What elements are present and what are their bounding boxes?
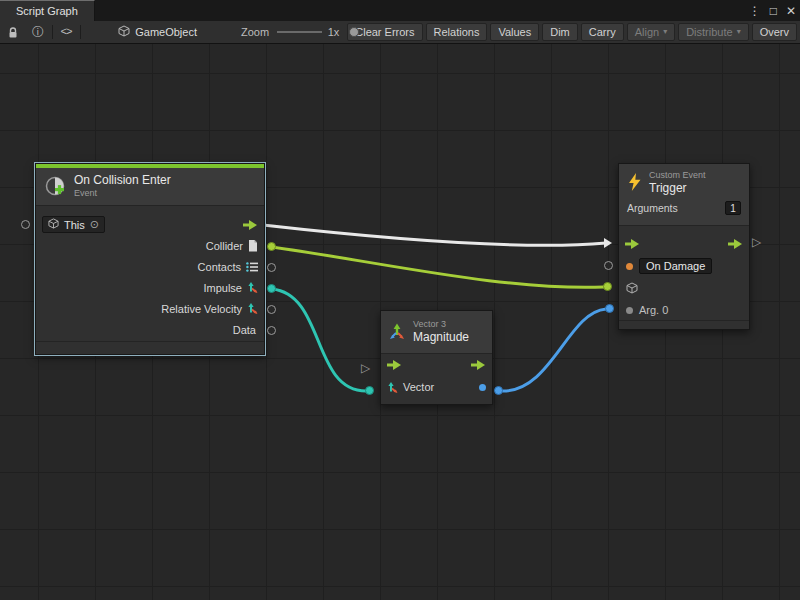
wire-collider-green[interactable] [272,247,604,287]
node-title: Trigger [649,181,706,196]
node-vector3-magnitude[interactable]: Vector 3 Magnitude Vector [380,310,493,405]
zoom-label: Zoom [241,26,269,38]
port-flow-in-triangle[interactable]: ▷ [361,362,370,374]
arguments-label: Arguments [627,202,678,214]
dim-button[interactable]: Dim [542,23,578,41]
window-controls: ⋮ □ ✕ [749,0,796,21]
vector3-icon [247,282,258,293]
port-flow-out-triangle[interactable]: ▷ [752,236,761,248]
port-row-collider[interactable]: Collider [36,235,264,256]
gameobject-button[interactable]: GameObject [112,23,203,41]
chevron-down-icon: ▾ [737,28,741,36]
port-row-data[interactable]: Data [36,319,264,340]
port-data-output[interactable] [267,326,276,335]
port-impulse-output[interactable] [267,284,276,293]
port-row-impulse[interactable]: Impulse [36,277,264,298]
graph-toolbar: ⓘ <> GameObject Zoom 1x Clear Errors Rel… [0,21,800,44]
port-magnitude-output[interactable] [494,386,503,395]
port-row-relative-velocity[interactable]: Relative Velocity [36,298,264,319]
align-button[interactable]: Align ▾ [627,23,675,41]
values-button[interactable]: Values [490,23,539,41]
arguments-row: Arguments 1 [619,199,749,217]
port-row-vector[interactable]: Vector [381,376,492,398]
vector3-icon [389,323,405,341]
event-name-field[interactable]: On Damage [639,258,712,274]
zoom-value: 1x [328,26,340,38]
node-title: Magnitude [413,330,469,345]
port-vector-input[interactable] [365,386,374,395]
close-icon[interactable]: ✕ [786,5,796,17]
event-plus-icon [44,175,66,199]
relations-button[interactable]: Relations [426,23,488,41]
cube-icon [48,218,59,231]
gameobject-cube-icon [118,25,130,39]
cube-icon [626,282,638,294]
event-name-port[interactable] [626,263,633,270]
arg0-port[interactable] [626,307,633,314]
unity-script-graph-window: Script Graph ⋮ □ ✕ ⓘ <> GameObje [0,0,800,600]
port-row-contacts[interactable]: Contacts [36,256,264,277]
vector3-icon [247,303,258,314]
node-subtitle: Event [74,188,171,199]
tab-script-graph[interactable]: Script Graph [0,0,95,21]
flow-out-arrow-icon[interactable] [728,239,743,249]
port-event-name-input[interactable] [604,261,613,270]
wire-flow-white[interactable] [263,225,606,245]
target-icon: ⊙ [90,218,99,231]
flow-out-arrow-icon[interactable] [243,220,258,230]
row-flow-and-self: This ⊙ [36,214,264,235]
tab-title: Script Graph [16,5,78,17]
port-label: Collider [206,240,243,252]
node-footer [36,341,264,354]
zoom-slider-track[interactable] [277,31,322,33]
output-value-port[interactable] [479,384,486,391]
row-flow [619,233,749,255]
node-header[interactable]: Vector 3 Magnitude [381,311,492,354]
carry-button[interactable]: Carry [581,23,624,41]
maximize-icon[interactable]: □ [770,5,777,17]
arguments-value-field[interactable]: 1 [725,201,741,215]
port-self-input[interactable] [21,220,30,229]
port-arg0-input[interactable] [605,304,614,313]
port-label: Data [233,324,256,336]
distribute-button[interactable]: Distribute ▾ [678,23,748,41]
port-flow-in-connected[interactable] [604,238,612,248]
port-collider-output[interactable] [267,242,276,251]
list-icon [246,262,258,272]
graph-canvas[interactable]: On Collision Enter Event This ⊙ [0,44,800,600]
lock-icon[interactable] [7,26,19,39]
panel-tab-bar: Script Graph ⋮ □ ✕ [0,0,800,21]
self-target-dropdown[interactable]: This ⊙ [42,216,105,233]
gameobject-label: GameObject [135,26,197,38]
node-custom-event-trigger[interactable]: Custom Event Trigger Arguments 1 [618,163,750,330]
code-icon[interactable]: <> [61,26,72,38]
info-icon[interactable]: ⓘ [32,24,44,41]
flow-out-arrow-icon[interactable] [471,360,486,370]
flow-in-arrow-icon[interactable] [625,239,640,249]
port-row-arg0[interactable]: Arg. 0 [619,299,749,321]
row-flow [381,354,492,376]
zoom-slider[interactable] [277,26,322,38]
port-target-input[interactable] [603,282,612,291]
flow-in-arrow-icon[interactable] [387,360,402,370]
align-label: Align [635,26,659,38]
port-contacts-output[interactable] [267,263,276,272]
port-relative-velocity-output[interactable] [267,305,276,314]
overview-button[interactable]: Overv [752,23,797,41]
node-type-label: Custom Event [649,170,706,181]
port-row-event-name[interactable]: On Damage [619,255,749,277]
document-icon [248,240,258,252]
lightning-icon [627,173,642,193]
wire-impulse-teal[interactable] [272,289,366,391]
panel-menu-icon[interactable]: ⋮ [749,5,761,17]
wire-magnitude-blue[interactable] [503,309,606,391]
vector3-icon [387,382,398,393]
node-on-collision-enter[interactable]: On Collision Enter Event This ⊙ [35,163,265,355]
port-label: Vector [403,381,434,393]
node-type-label: Vector 3 [413,319,469,330]
toolbar-divider [80,25,81,39]
port-row-target[interactable] [619,277,749,299]
node-header[interactable]: Custom Event Trigger Arguments 1 [619,164,749,226]
node-header[interactable]: On Collision Enter Event [36,168,264,206]
port-label: Relative Velocity [161,303,242,315]
